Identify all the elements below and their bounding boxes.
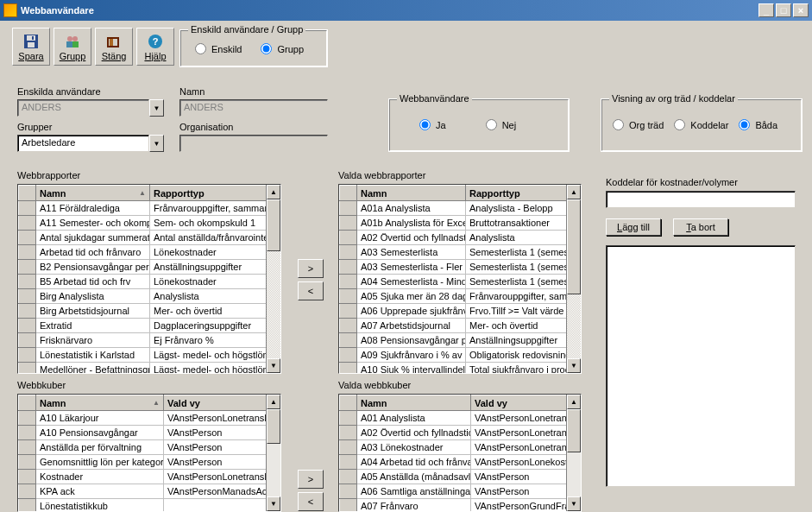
table-row[interactable]: A02 Övertid och fyllnadstidVAnstPersonLo… [340, 426, 567, 440]
table-row[interactable]: FrisknärvaroEj Frånvaro % [19, 333, 267, 348]
table-row[interactable]: A10 Sjuk % intervallindelatTotal sjukfrå… [340, 363, 567, 374]
column-header[interactable]: Namn▲ [36, 186, 150, 201]
corner-cell [19, 395, 36, 411]
table-row[interactable]: A10 PensionsavgångarVAnstPerson [19, 426, 267, 440]
table-row[interactable]: A11 FöräldraledigaFrånvarouppgifter, sam… [19, 201, 267, 216]
scroll-thumb[interactable] [567, 199, 581, 294]
column-header[interactable]: Namn [357, 395, 471, 411]
table-row[interactable]: Lönestatistik i KarlstadLägst- medel- oc… [19, 348, 267, 363]
table-row[interactable]: A04 Arbetad tid och frånvaroVAnstPersonL… [340, 455, 567, 470]
table-row[interactable]: KPA ackVAnstPersonManadsAckar [19, 484, 267, 499]
table-row[interactable]: A08 Pensionsavgångar perAnställningsuppg… [340, 333, 567, 348]
column-header[interactable]: Rapporttyp [466, 186, 567, 201]
table-row[interactable]: Antal sjukdagar summeratAntal anställda/… [19, 231, 267, 245]
scroll-up[interactable]: ▲ [567, 185, 581, 199]
valda-webbrapporter-label: Valda webbrapporter [338, 170, 425, 180]
table-row[interactable]: A11 Semester- och okompskuldSem- och oko… [19, 216, 267, 231]
table-row[interactable]: A05 Sjuka mer än 28 dagarFrånvarouppgift… [340, 289, 567, 304]
grid-webbkuber[interactable]: Namn▲Vald vyA10 LäkarjourVAnstPersonLone… [17, 394, 281, 512]
scroll-up[interactable]: ▲ [567, 395, 581, 409]
scroll-down[interactable]: ▼ [267, 358, 280, 373]
radio-orgtrad[interactable]: Org träd [613, 119, 664, 130]
scroll-down[interactable]: ▼ [567, 496, 581, 511]
minimize-button[interactable]: _ [758, 3, 774, 17]
move-right-kuber[interactable]: > [298, 470, 324, 489]
radio-grupp[interactable]: Grupp [261, 43, 304, 54]
table-row[interactable]: Medellöner - BefattningsgruppLägst- mede… [19, 363, 267, 374]
column-header[interactable]: Namn▲ [36, 395, 164, 411]
hjalp-button[interactable]: ? Hjälp [136, 28, 174, 66]
radio-enskild[interactable]: Enskild [195, 43, 242, 54]
table-row[interactable]: A04 Semesterlista - MindreSemesterlista … [340, 275, 567, 289]
lagg-till-button[interactable]: Lägg till [606, 218, 661, 236]
table-row[interactable]: ExtratidDagplaceringsuppgifter [19, 319, 267, 333]
move-left-kuber[interactable]: < [298, 492, 324, 511]
ta-bort-button[interactable]: Ta bort [673, 218, 728, 236]
grid-valda-webbkuber[interactable]: NamnVald vyA01 AnalyslistaVAnstPersonLon… [338, 394, 582, 512]
koddelar-listbox[interactable] [606, 245, 796, 487]
table-row[interactable]: Genomsnittlig lön per kategoriVAnstPerso… [19, 455, 267, 470]
grid-valda-webbrapporter[interactable]: NamnRapporttypA01a AnalyslistaAnalyslist… [338, 184, 582, 374]
table-row[interactable]: A07 FrånvaroVAnstPersonGrundFranvaro [340, 499, 567, 512]
grupp-button[interactable]: Grupp [54, 28, 91, 66]
scrollbar[interactable]: ▲▼ [566, 185, 581, 373]
column-header[interactable]: Rapporttyp [150, 186, 267, 201]
table-row[interactable]: A10 LäkarjourVAnstPersonLonetransBrutto [19, 411, 267, 426]
table-row[interactable]: A03 LönekostnaderVAnstPersonLonetransBru… [340, 440, 567, 455]
grupper-combo[interactable]: Arbetsledare ▼ [17, 135, 164, 152]
table-row[interactable]: A07 ArbetstidsjournalMer- och övertid [340, 319, 567, 333]
table-row[interactable]: A06 Upprepade sjukfrånvaroFrvo.Tillf >= … [340, 304, 567, 319]
table-row[interactable]: Lönestatistikkub [19, 499, 267, 512]
user-type-groupbox: Enskild användare / Grupp Enskild Grupp [179, 29, 328, 67]
table-row[interactable]: B5 Arbetad tid och frvLönekostnader [19, 275, 267, 289]
table-row[interactable]: A01 AnalyslistaVAnstPersonLonetransBrutt… [340, 411, 567, 426]
radio-koddelar[interactable]: Koddelar [674, 119, 728, 130]
radio-ja[interactable]: Ja [419, 119, 446, 130]
table-row[interactable]: Anställda per förvaltningVAnstPerson [19, 440, 267, 455]
table-row[interactable]: A02 Övertid och fyllnadstidAnalyslista [340, 231, 567, 245]
radio-nej[interactable]: Nej [486, 119, 517, 130]
stang-button[interactable]: Stäng [95, 28, 133, 66]
radio-bada[interactable]: Båda [739, 119, 777, 130]
chevron-down-icon[interactable]: ▼ [149, 135, 164, 152]
table-row[interactable]: Birg AnalyslistaAnalyslista [19, 289, 267, 304]
table-row[interactable]: B2 Pensionsavgångar perAnställningsuppgi… [19, 260, 267, 275]
table-row[interactable]: A03 Semesterlista - FlerSemesterlista 1 … [340, 260, 567, 275]
scrollbar[interactable]: ▲▼ [566, 395, 581, 511]
move-left-reports[interactable]: < [298, 281, 324, 300]
grid-webbrapporter[interactable]: Namn▲RapporttypA11 FöräldraledigaFrånvar… [17, 184, 281, 374]
table-row[interactable]: A03 SemesterlistaSemesterlista 1 (semest… [340, 245, 567, 260]
scroll-down[interactable]: ▼ [567, 358, 581, 373]
toolbar: Spara Grupp Stäng ? Hjälp [0, 21, 812, 69]
namn-value: ANDERS [179, 99, 328, 117]
koddelar-input[interactable] [606, 191, 796, 208]
table-row[interactable]: Birg ArbetstidsjournalMer- och övertid [19, 304, 267, 319]
app-icon [3, 3, 17, 17]
table-row[interactable]: A01b Analyslista för ExcelBruttotransakt… [340, 216, 567, 231]
scroll-thumb[interactable] [267, 409, 280, 444]
spara-button[interactable]: Spara [12, 28, 50, 66]
scrollbar[interactable]: ▲▼ [266, 395, 280, 511]
table-row[interactable]: A05 Anställda (månadsavlönade)VAnstPerso… [340, 470, 567, 484]
scrollbar[interactable]: ▲▼ [266, 185, 280, 373]
scroll-up[interactable]: ▲ [267, 395, 280, 409]
table-row[interactable]: A01a AnalyslistaAnalyslista - Belopp [340, 201, 567, 216]
scroll-thumb[interactable] [267, 199, 280, 251]
chevron-down-icon[interactable]: ▼ [149, 99, 164, 117]
koddelar-label: Koddelar för kostnader/volymer [606, 177, 738, 187]
enskilda-combo[interactable]: ANDERS ▼ [17, 99, 164, 117]
scroll-up[interactable]: ▲ [267, 185, 280, 199]
column-header[interactable]: Vald vy [164, 395, 267, 411]
table-row[interactable]: KostnaderVAnstPersonLonetransBrutto [19, 470, 267, 484]
move-right-reports[interactable]: > [298, 259, 324, 278]
scroll-thumb[interactable] [567, 409, 581, 452]
table-row[interactable]: A09 Sjukfrånvaro i % avObligatorisk redo… [340, 348, 567, 363]
scroll-down[interactable]: ▼ [267, 496, 280, 511]
column-header[interactable]: Namn [357, 186, 466, 201]
hjalp-label: Hjälp [144, 51, 166, 61]
close-button[interactable]: × [793, 3, 809, 17]
maximize-button[interactable]: □ [776, 3, 791, 17]
column-header[interactable]: Vald vy [471, 395, 567, 411]
table-row[interactable]: Arbetad tid och frånvaroLönekostnader [19, 245, 267, 260]
table-row[interactable]: A06 Samtliga anställningarVAnstPerson [340, 484, 567, 499]
